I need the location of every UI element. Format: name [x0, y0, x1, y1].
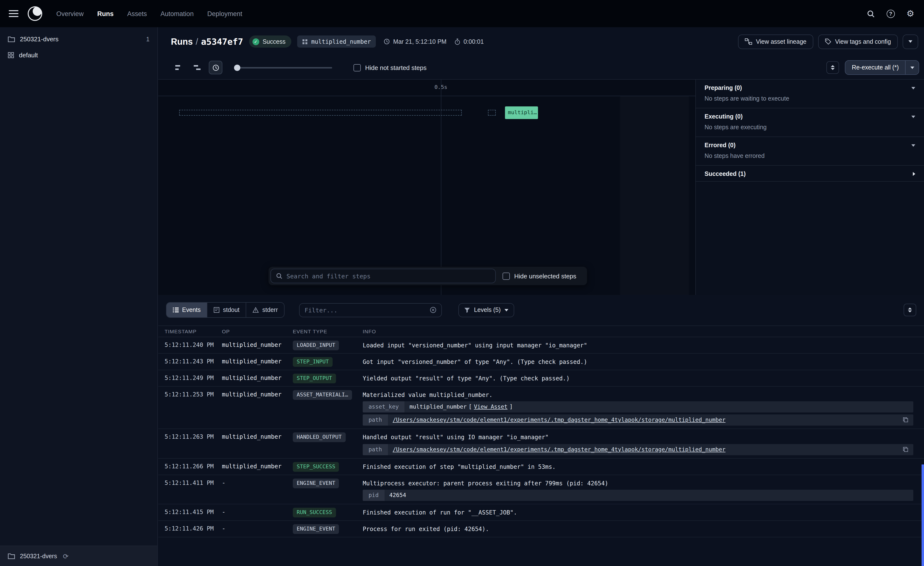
breadcrumb-runs-link[interactable]: Runs: [171, 37, 193, 47]
nav-automation[interactable]: Automation: [160, 10, 194, 17]
chevron-right-icon: [913, 172, 915, 176]
breadcrumb: Runs/a5347ef7: [171, 36, 243, 47]
help-icon[interactable]: ?: [886, 9, 895, 18]
status-section-errored: Errored (0) No steps have errored: [696, 137, 924, 166]
status-section-succeeded: Succeeded (1): [696, 166, 924, 182]
event-info: Finished execution of step "multiplied_n…: [363, 461, 914, 471]
tab-events[interactable]: Events: [166, 303, 207, 317]
dagster-logo[interactable]: [27, 6, 43, 21]
reexecute-split-button: Re-execute all (*): [845, 60, 919, 75]
event-info: Materialized value multiplied_number.: [363, 389, 914, 400]
step-status-panel: Preparing (0) No steps are waiting to ex…: [695, 80, 924, 295]
copy-icon[interactable]: [903, 447, 909, 452]
nav-assets[interactable]: Assets: [127, 10, 147, 17]
status-section-header[interactable]: Executing (0): [696, 108, 924, 124]
app-root: Overview Runs Assets Automation Deployme…: [0, 0, 924, 566]
path-link[interactable]: /Users/smackesey/stm/code/element1/exper…: [393, 417, 725, 423]
chevron-up-icon: [831, 65, 835, 67]
gantt-view-timed-icon[interactable]: [209, 61, 222, 74]
hide-unselected-toggle[interactable]: Hide unselected steps: [502, 272, 576, 280]
chevron-down-icon: [909, 40, 912, 43]
path-link[interactable]: /Users/smackesey/stm/code/element1/exper…: [393, 446, 725, 453]
sidebar-group-label: 250321-dvers: [20, 35, 58, 43]
slider-knob[interactable]: [234, 65, 240, 71]
event-row[interactable]: 5:12:11.263 PM multiplied_number HANDLED…: [158, 429, 924, 459]
breadcrumb-separator: /: [196, 37, 198, 47]
gantt-step-bar[interactable]: multipli…: [505, 106, 538, 119]
event-timestamp: 5:12:11.266 PM: [158, 461, 222, 470]
step-search-input[interactable]: Search and filter steps: [270, 269, 496, 283]
step-search-placeholder: Search and filter steps: [286, 272, 370, 280]
event-row[interactable]: 5:12:11.240 PM multiplied_number LOADED_…: [158, 337, 924, 354]
event-row[interactable]: 5:12:11.253 PM multiplied_number ASSET_M…: [158, 387, 924, 429]
gantt-view-flat-icon[interactable]: [172, 61, 186, 74]
settings-gear-icon[interactable]: ⚙: [906, 9, 914, 18]
topnav-actions: ? ⚙: [867, 9, 914, 18]
hide-not-started-toggle[interactable]: Hide not started steps: [354, 64, 426, 71]
event-meta-row: asset_keymultiplied_number [View Asset]: [363, 402, 914, 413]
sidebar-footer[interactable]: 250321-dvers ⟳: [0, 546, 158, 566]
gantt-time-ruler: 0.5s: [158, 80, 695, 96]
log-expand-stepper[interactable]: [904, 304, 916, 316]
copy-icon[interactable]: [903, 417, 909, 423]
sidebar-group-row[interactable]: 250321-dvers 1: [0, 31, 158, 47]
nav-overview[interactable]: Overview: [56, 10, 84, 17]
event-row[interactable]: 5:12:11.426 PM - ENGINE_EVENT Process fo…: [158, 521, 924, 537]
meta-value: multiplied_number [View Asset]: [405, 402, 914, 413]
event-info: Finished execution of run for "__ASSET_J…: [363, 507, 914, 517]
gantt-view-waterfall-icon[interactable]: [190, 61, 204, 74]
nav-deployment[interactable]: Deployment: [207, 10, 242, 17]
top-navigation: Overview Runs Assets Automation Deployme…: [0, 0, 924, 27]
levels-dropdown-button[interactable]: Levels (5): [458, 303, 514, 317]
event-row[interactable]: 5:12:11.266 PM multiplied_number STEP_SU…: [158, 459, 924, 475]
sidebar-item-default[interactable]: default: [0, 47, 158, 63]
console-icon: [214, 307, 219, 313]
status-section-header[interactable]: Preparing (0): [696, 80, 924, 95]
event-info: Multiprocess executor: parent process ex…: [363, 477, 914, 488]
event-info: Process for run exited (pid: 42654).: [363, 523, 914, 534]
clear-filter-icon[interactable]: [430, 307, 436, 313]
primary-nav: Overview Runs Assets Automation Deployme…: [56, 10, 242, 17]
gantt-toolbar: Hide not started steps Re-execute all (*…: [158, 56, 924, 80]
log-filter-input[interactable]: Filter...: [299, 303, 442, 317]
list-icon: [173, 307, 178, 313]
scrollbar-thumb[interactable]: [922, 464, 924, 566]
event-op: -: [222, 507, 293, 515]
checkbox-unchecked[interactable]: [502, 272, 510, 280]
warning-triangle-icon: [253, 307, 259, 313]
view-tags-and-config-button[interactable]: View tags and config: [818, 34, 898, 49]
gantt-dependency-line: [179, 110, 462, 116]
refresh-icon[interactable]: ⟳: [63, 552, 69, 560]
asset-tag[interactable]: multiplied_number: [297, 35, 376, 48]
tab-stdout[interactable]: stdout: [207, 303, 246, 317]
run-actions-dropdown-button[interactable]: [903, 34, 918, 49]
log-tabs: Events stdout stderr: [166, 302, 285, 318]
event-type-badge: STEP_OUTPUT: [293, 373, 336, 383]
checkbox-unchecked[interactable]: [354, 64, 361, 71]
event-row[interactable]: 5:12:11.411 PM - ENGINE_EVENT Multiproce…: [158, 475, 924, 504]
meta-key: pid: [363, 490, 384, 501]
view-asset-lineage-button[interactable]: View asset lineage: [738, 34, 813, 49]
status-badge: ✓ Success: [249, 35, 291, 48]
panel-resize-stepper[interactable]: [826, 61, 839, 74]
event-info: Yielded output "result" of type "Any". (…: [363, 373, 914, 383]
reexecute-dropdown-button[interactable]: [905, 61, 919, 74]
meta-key: asset_key: [363, 402, 405, 413]
nav-runs[interactable]: Runs: [98, 10, 114, 17]
status-section-header[interactable]: Succeeded (1): [696, 166, 924, 181]
col-timestamp: TIMESTAMP: [158, 328, 222, 334]
menu-icon[interactable]: [9, 10, 18, 17]
event-row[interactable]: 5:12:11.243 PM multiplied_number STEP_IN…: [158, 354, 924, 370]
filter-funnel-icon: [464, 307, 470, 313]
search-icon: [276, 272, 283, 279]
chevron-down-icon: [910, 66, 914, 69]
reexecute-all-button[interactable]: Re-execute all (*): [846, 61, 905, 74]
zoom-slider[interactable]: [234, 63, 332, 72]
event-row[interactable]: 5:12:11.249 PM multiplied_number STEP_OU…: [158, 370, 924, 387]
event-row[interactable]: 5:12:11.415 PM - RUN_SUCCESS Finished ex…: [158, 504, 924, 521]
status-section-header[interactable]: Errored (0): [696, 137, 924, 152]
view-asset-link[interactable]: View Asset: [474, 403, 508, 410]
search-icon[interactable]: [867, 9, 875, 18]
chevron-down-icon: [911, 115, 915, 118]
tab-stderr[interactable]: stderr: [246, 303, 284, 317]
